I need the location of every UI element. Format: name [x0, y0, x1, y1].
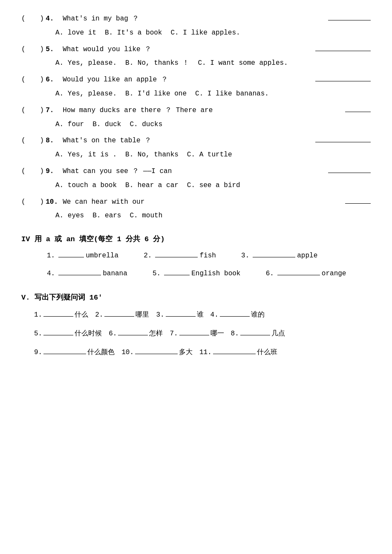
wh-item-6: 6.怎样	[109, 327, 163, 340]
wh-blank-7[interactable]	[179, 335, 209, 335]
wh-num-5: 5.	[34, 327, 42, 340]
wh-meaning-11: 什么班	[257, 346, 277, 359]
options-line-6: A. Yes, please.B. I'd like oneC. I like …	[55, 88, 371, 100]
q-text-5: What would you like ？	[63, 43, 314, 56]
wh-blank-1[interactable]	[43, 316, 73, 317]
wh-item-2: 2.哪里	[95, 308, 149, 322]
paren-open-4[interactable]: (	[21, 13, 26, 25]
question-block-4: ()4. What's in my bag ？ A. love itB. It'…	[21, 13, 371, 39]
q-number-8: 8.	[46, 135, 63, 147]
answer-line-8[interactable]	[315, 142, 371, 142]
wh-blank-4[interactable]	[220, 316, 250, 317]
answer-line-6[interactable]	[315, 81, 371, 81]
answer-line-9[interactable]	[328, 173, 371, 173]
fill-blank-6[interactable]	[277, 275, 320, 275]
option-9-A[interactable]: A. touch a book	[55, 179, 117, 192]
fill-item-5: 5. English book	[153, 267, 240, 280]
wh-num-9: 9.	[34, 346, 42, 359]
q-number-10: 10.	[46, 196, 63, 208]
option-9-C[interactable]: C. see a bird	[187, 179, 240, 192]
q-text-10: We can hear with our	[63, 196, 343, 208]
paren-open-5[interactable]: (	[21, 43, 26, 56]
fill-blank-1[interactable]	[58, 257, 84, 257]
wh-blank-2[interactable]	[104, 316, 134, 317]
paren-close-5: )	[40, 43, 44, 56]
fill-num-4: 4.	[47, 267, 55, 280]
fill-blank-5[interactable]	[164, 275, 190, 275]
option-10-B[interactable]: B. ears	[92, 210, 121, 222]
option-8-A[interactable]: A. Yes, it is .	[55, 149, 117, 161]
fill-num-5: 5.	[153, 267, 161, 280]
option-6-C[interactable]: C. I like bananas.	[195, 88, 269, 100]
question-block-7: ()7. How many ducks are there ？ There ar…	[21, 104, 371, 131]
option-10-A[interactable]: A. eyes	[55, 210, 84, 222]
option-7-B[interactable]: B. duck	[92, 118, 121, 131]
paren-close-4: )	[40, 13, 44, 25]
option-5-B[interactable]: B. No, thanks ！	[125, 57, 189, 69]
option-6-A[interactable]: A. Yes, please.	[55, 88, 117, 100]
option-4-C[interactable]: C. I like apples.	[170, 27, 240, 39]
wh-blank-6[interactable]	[118, 335, 148, 335]
option-8-C[interactable]: C. A turtle	[187, 149, 232, 161]
option-6-B[interactable]: B. I'd like one	[125, 88, 187, 100]
fill-blank-4[interactable]	[58, 275, 101, 275]
wh-blank-8[interactable]	[240, 335, 270, 335]
wh-blank-3[interactable]	[166, 316, 196, 317]
wh-item-4: 4.谁的	[210, 308, 265, 322]
answer-line-10[interactable]	[345, 203, 371, 204]
wh-meaning-10: 多大	[179, 346, 193, 359]
answer-line-4[interactable]	[328, 20, 371, 20]
option-4-B[interactable]: B. It's a book	[105, 27, 162, 39]
options-line-10: A. eyesB. earsC. mouth	[55, 210, 371, 222]
wh-item-10: 10.多大	[121, 346, 193, 359]
fill-num-6: 6.	[266, 267, 274, 280]
wh-blank-11[interactable]	[213, 354, 256, 354]
option-4-A[interactable]: A. love it	[55, 27, 96, 39]
wh-item-1: 1.什么	[34, 308, 88, 322]
fill-item-1: 1. umbrella	[47, 249, 118, 263]
section4-header: IV 用 a 或 an 填空(每空 1 分共 6 分)	[21, 234, 371, 244]
wh-meaning-9: 什么颜色	[87, 346, 115, 359]
paren-open-6[interactable]: (	[21, 74, 26, 86]
options-line-5: A. Yes, please.B. No, thanks ！C. I want …	[55, 57, 371, 69]
option-9-B[interactable]: B. hear a car	[125, 179, 179, 192]
option-5-A[interactable]: A. Yes, please.	[55, 57, 117, 69]
answer-line-5[interactable]	[315, 51, 371, 51]
wh-row-1: 1.什么2.哪里3.谁4.谁的	[34, 308, 371, 322]
q-number-4: 4.	[46, 13, 63, 25]
fill-blank-2[interactable]	[155, 257, 198, 257]
wh-blank-9[interactable]	[43, 354, 86, 354]
wh-item-5: 5.什么时候	[34, 327, 102, 340]
fill-blank-3[interactable]	[253, 257, 295, 257]
wh-item-3: 3.谁	[156, 308, 203, 322]
question-line-8: ()8. What's on the table ？	[21, 135, 371, 147]
option-8-B[interactable]: B. No, thanks	[125, 149, 179, 161]
wh-meaning-4: 谁的	[251, 308, 265, 322]
wh-row-2: 5.什么时候6.怎样7.哪一8.几点	[34, 327, 371, 340]
option-5-C[interactable]: C. I want some apples.	[198, 57, 288, 69]
wh-meaning-5: 什么时候	[75, 327, 102, 340]
fill-word-5: English book	[191, 267, 240, 280]
option-7-A[interactable]: A. four	[55, 118, 84, 131]
question-line-6: ()6. Would you like an apple ？	[21, 74, 371, 86]
paren-open-9[interactable]: (	[21, 165, 26, 178]
question-block-8: ()8. What's on the table ？ A. Yes, it is…	[21, 135, 371, 161]
question-line-7: ()7. How many ducks are there ？ There ar…	[21, 104, 371, 117]
fill-num-1: 1.	[47, 249, 55, 263]
wh-meaning-3: 谁	[197, 308, 204, 322]
paren-close-7: )	[40, 104, 44, 117]
q-number-7: 7.	[46, 104, 63, 117]
paren-open-7[interactable]: (	[21, 104, 26, 117]
option-7-C[interactable]: C. ducks	[130, 118, 162, 131]
wh-blank-10[interactable]	[135, 354, 178, 354]
answer-line-7[interactable]	[345, 112, 371, 112]
paren-open-8[interactable]: (	[21, 135, 26, 147]
options-line-7: A. fourB. duckC. ducks	[55, 118, 371, 131]
paren-close-6: )	[40, 74, 44, 86]
paren-open-10[interactable]: (	[21, 196, 26, 208]
paren-close-8: )	[40, 135, 44, 147]
wh-num-11: 11.	[199, 346, 212, 359]
option-10-C[interactable]: C. mouth	[130, 210, 162, 222]
wh-blank-5[interactable]	[43, 335, 73, 335]
wh-num-10: 10.	[121, 346, 134, 359]
